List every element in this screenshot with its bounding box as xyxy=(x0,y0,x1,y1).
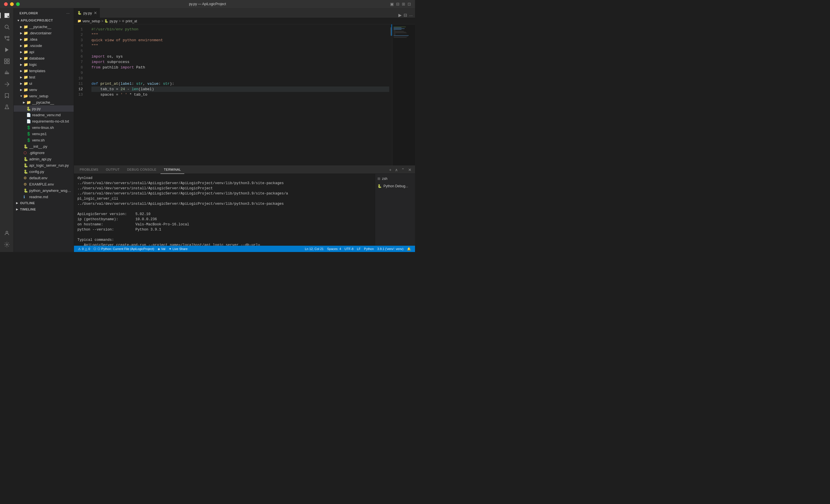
breadcrumb-pypy[interactable]: py.py xyxy=(109,19,118,23)
panel-actions: + ∧ ⌃ ✕ xyxy=(388,167,413,173)
warnings-count: 0 xyxy=(88,247,90,250)
sidebar-item-apilogicproject[interactable]: ▼ APILOGICPROJECT xyxy=(14,17,74,24)
status-spaces[interactable]: Spaces: 4 xyxy=(325,246,343,252)
split-terminal-button[interactable]: ∧ xyxy=(394,167,399,173)
titlebar-actions[interactable]: ▣ ⊟ ⊞ ⊡ xyxy=(390,2,411,6)
run-debug-activity-icon[interactable] xyxy=(2,45,12,55)
sidebar-item-api[interactable]: ▶ 📁 api xyxy=(14,49,74,55)
sidebar-item-database[interactable]: ▶ 📁 database xyxy=(14,55,74,61)
sidebar-item-vscode[interactable]: ▶ 📁 .vscode xyxy=(14,42,74,49)
activity-bar xyxy=(0,8,14,252)
sidebar-more-button[interactable]: ··· xyxy=(66,10,70,16)
sidebar-tree[interactable]: ▼ APILOGICPROJECT ▶ 📁 __pycache__ ▶ 📁 .d… xyxy=(14,17,74,252)
remote-activity-icon[interactable] xyxy=(2,79,12,89)
extensions-activity-icon[interactable] xyxy=(2,56,12,66)
docker-activity-icon[interactable] xyxy=(2,68,12,78)
outline-section[interactable]: ▶ OUTLINE xyxy=(14,200,74,206)
code-line-9 xyxy=(91,70,389,76)
terminal-zsh[interactable]: ⊞ zsh xyxy=(375,175,415,182)
status-cursor[interactable]: Ln 12, Col 21 xyxy=(303,246,325,252)
sidebar-item-venv-setup[interactable]: ▼ 📂 venv_setup xyxy=(14,93,74,99)
layout-icon-2[interactable]: ⊟ xyxy=(396,2,400,6)
status-git-user[interactable]: ◈ Val xyxy=(156,246,167,252)
sidebar-item-requirements[interactable]: 📄 requirements-no-cli.txt xyxy=(14,118,74,124)
sidebar-item-readme[interactable]: ℹ readme.md xyxy=(14,194,74,200)
search-activity-icon[interactable] xyxy=(2,22,12,32)
code-editor[interactable]: #!/usr/bin/env python """ quick view of … xyxy=(87,24,389,166)
svg-rect-10 xyxy=(4,59,6,61)
maximize-button[interactable] xyxy=(16,2,20,6)
sidebar-item-api-logic-server-run[interactable]: 🐍 api_logic_server_run.py xyxy=(14,162,74,168)
panel-tab-problems[interactable]: PROBLEMS xyxy=(76,166,102,174)
ln-7: 7 xyxy=(74,59,87,65)
status-eol[interactable]: LF xyxy=(355,246,362,252)
sidebar-item-pypy[interactable]: 🐍 py.py xyxy=(14,105,74,112)
sidebar-item-test[interactable]: ▶ 📁 test xyxy=(14,74,74,80)
layout-icon-4[interactable]: ⊡ xyxy=(408,2,411,6)
sidebar-item-readme-venv[interactable]: 📄 readme_venv.md xyxy=(14,112,74,118)
tab-bar-actions[interactable]: ▶ ⊟ ··· xyxy=(396,12,415,18)
sidebar-item-example-env[interactable]: ⚙ EXAMPLE.env xyxy=(14,181,74,187)
bookmark-activity-icon[interactable] xyxy=(2,91,12,101)
sidebar-item-templates[interactable]: ▶ 📁 templates xyxy=(14,68,74,74)
sidebar-item-pycache-2[interactable]: ▶ 📁 __pycache__ xyxy=(14,99,74,105)
sidebar-item-devcontainer[interactable]: ▶ 📁 .devcontainer xyxy=(14,30,74,36)
window-controls[interactable] xyxy=(4,2,20,6)
status-live-share[interactable]: ✦ Live Share xyxy=(167,246,189,252)
status-version[interactable]: 3.9.1 ('venv': venv) xyxy=(376,246,405,252)
status-python-env[interactable]: ⎔ ⎔ Python: Current File (ApiLogicProjec… xyxy=(92,246,156,252)
sidebar-item-ui[interactable]: ▶ 📁 ui xyxy=(14,80,74,87)
close-panel-button[interactable]: ✕ xyxy=(407,167,413,173)
sidebar-item-logic[interactable]: ▶ 📁 logic xyxy=(14,61,74,68)
sidebar-item-venv-ps1[interactable]: 💲 venv.ps1 xyxy=(14,131,74,137)
flask-activity-icon[interactable] xyxy=(2,102,12,112)
run-button[interactable]: ▶ xyxy=(398,12,402,18)
terminal-session-zsh-label: zsh xyxy=(382,177,387,181)
sidebar-item-python-anywhere[interactable]: 🐍 python_anywhere_wsgi.py xyxy=(14,187,74,194)
layout-icon-1[interactable]: ▣ xyxy=(390,2,394,6)
explorer-activity-icon[interactable] xyxy=(2,10,12,21)
sidebar-item-admin-api[interactable]: 🐍 admin_api.py xyxy=(14,156,74,162)
svg-rect-16 xyxy=(6,72,7,72)
tab-pypy[interactable]: 🐍 py.py ✕ xyxy=(74,8,100,18)
more-actions-button[interactable]: ··· xyxy=(409,13,413,18)
status-errors[interactable]: ⚠ 0 △ 0 xyxy=(76,246,92,252)
panel-tab-output[interactable]: OUTPUT xyxy=(102,166,123,174)
outline-label: OUTLINE xyxy=(20,201,35,205)
maximize-panel-button[interactable]: ⌃ xyxy=(400,167,406,173)
ln-8: 8 xyxy=(74,65,87,70)
breadcrumb-venv-setup[interactable]: venv_setup xyxy=(83,19,100,23)
editor-scrollbar[interactable] xyxy=(389,24,392,166)
sidebar-item-venv-linux[interactable]: 💲 venv-linux.sh xyxy=(14,124,74,131)
minimize-button[interactable] xyxy=(10,2,14,6)
terminal[interactable]: dynload ../Users/val/dev/servers/install… xyxy=(74,174,375,246)
term-line-version: ApiLogicServer version: 5.02.10 xyxy=(77,212,372,217)
status-encoding[interactable]: UTF-8 xyxy=(343,246,355,252)
sidebar-item-gitignore[interactable]: ⬡ .gitignore xyxy=(14,149,74,156)
timeline-section[interactable]: ▶ TIMELINE xyxy=(14,206,74,212)
layout-icon-3[interactable]: ⊞ xyxy=(402,2,405,6)
sidebar-header-actions[interactable]: ··· xyxy=(66,10,70,16)
add-terminal-button[interactable]: + xyxy=(388,167,393,173)
tab-close-button[interactable]: ✕ xyxy=(94,11,97,15)
minimap-content xyxy=(392,24,415,40)
panel-tab-terminal[interactable]: TERMINAL xyxy=(160,166,185,174)
sidebar-item-default-env[interactable]: ⚙ default.env xyxy=(14,175,74,181)
sidebar-item-pycache[interactable]: ▶ 📁 __pycache__ xyxy=(14,24,74,30)
status-language[interactable]: Python xyxy=(362,246,376,252)
settings-activity-icon[interactable] xyxy=(2,239,12,250)
split-editor-button[interactable]: ⊟ xyxy=(404,12,407,18)
source-control-activity-icon[interactable] xyxy=(2,33,12,43)
panel-tab-debug-console[interactable]: DEBUG CONSOLE xyxy=(124,166,160,174)
status-notifications[interactable]: 🔔 xyxy=(405,246,413,252)
sidebar-item-idea[interactable]: ▶ 📁 .idea xyxy=(14,36,74,42)
sidebar-item-venv-sh[interactable]: 💲 venv.sh xyxy=(14,137,74,143)
terminal-python-debug[interactable]: 🐍 Python Debug... xyxy=(375,182,415,190)
term-line-5: pi_logic_server_cli xyxy=(77,196,372,201)
sidebar-item-venv[interactable]: ▶ 📁 venv xyxy=(14,87,74,93)
sidebar-item-init[interactable]: 🐍 __init__.py xyxy=(14,143,74,149)
close-button[interactable] xyxy=(4,2,8,6)
sidebar-item-config[interactable]: 🐍 config.py xyxy=(14,168,74,175)
accounts-activity-icon[interactable] xyxy=(2,228,12,238)
breadcrumb-print-at[interactable]: print_at xyxy=(126,19,137,23)
